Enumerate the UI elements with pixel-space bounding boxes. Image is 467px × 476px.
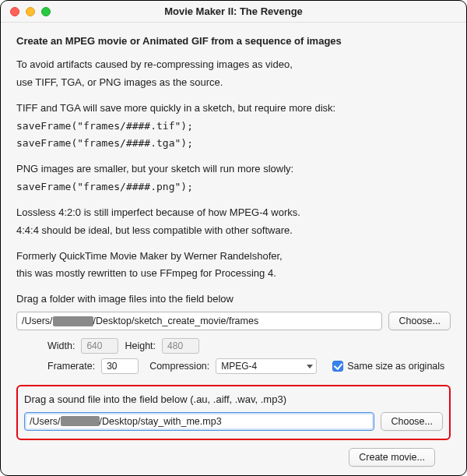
image-folder-input[interactable]: /Users//Desktop/sketch_create_movie/fram… [16, 312, 382, 330]
chevron-down-icon [307, 365, 313, 368]
choose-sound-file-button[interactable]: Choose... [381, 412, 443, 431]
text-line: 4:4:4 should be ideal, but less compatib… [16, 224, 451, 238]
compression-value: MPEG-4 [221, 361, 257, 372]
checkbox-checked-icon [332, 361, 343, 372]
text-line: Lossless 4:2:0 is still imperfect becaus… [16, 206, 451, 220]
image-folder-label: Drag a folder with image files into the … [16, 292, 451, 307]
code-line: saveFrame("frames/####.png"); [16, 180, 451, 195]
text-line: To avoid artifacts caused by re-compress… [16, 58, 451, 72]
compression-select[interactable]: MPEG-4 [216, 358, 317, 374]
content: Create an MPEG movie or Animated GIF fro… [1, 23, 466, 476]
redacted-username [53, 316, 93, 326]
text-line: Formerly QuickTime Movie Maker by Werner… [16, 249, 451, 264]
window-title: Movie Maker II: The Revenge [1, 5, 466, 17]
same-size-label: Same size as originals [347, 361, 444, 372]
paragraph-png: PNG images are smaller, but your sketch … [16, 162, 451, 195]
text-line: use TIFF, TGA, or PNG images as the sour… [16, 76, 451, 90]
text-line: this was mostly rewritten to use FFmpeg … [16, 266, 451, 281]
sound-file-section: Drag a sound file into the field below (… [16, 385, 451, 440]
width-input[interactable]: 640 [81, 338, 118, 354]
path-suffix: /Desktop/sketch_create_movie/frames [93, 316, 259, 326]
create-movie-button[interactable]: Create movie... [349, 448, 435, 467]
code-line: saveFrame("frames/####.tif"); [16, 119, 451, 134]
paragraph-artifacts: To avoid artifacts caused by re-compress… [16, 58, 451, 90]
framerate-input[interactable]: 30 [101, 358, 139, 374]
paragraph-history: Formerly QuickTime Movie Maker by Werner… [16, 249, 451, 282]
width-label: Width: [47, 340, 75, 351]
compression-label: Compression: [149, 361, 209, 372]
text-line: TIFF and TGA will save more quickly in a… [16, 101, 451, 116]
paragraph-lossless: Lossless 4:2:0 is still imperfect becaus… [16, 206, 451, 238]
code-line: saveFrame("frames/####.tga"); [16, 136, 451, 151]
same-size-checkbox[interactable]: Same size as originals [332, 361, 444, 372]
text-line: PNG images are smaller, but your sketch … [16, 162, 451, 177]
paragraph-tiff-tga: TIFF and TGA will save more quickly in a… [16, 101, 451, 152]
sound-file-label: Drag a sound file into the field below (… [24, 393, 443, 407]
redacted-username [61, 416, 100, 426]
choose-image-folder-button[interactable]: Choose... [388, 312, 451, 330]
titlebar: Movie Maker II: The Revenge [1, 1, 466, 23]
footer: Create movie... [16, 440, 451, 467]
page-heading: Create an MPEG movie or Animated GIF fro… [16, 35, 451, 47]
movie-settings-row1: Width: 640 Height: 480 [16, 338, 451, 354]
sound-file-input[interactable]: /Users//Desktop/stay_with_me.mp3 [24, 412, 374, 431]
app-window: Movie Maker II: The Revenge Create an MP… [0, 0, 467, 476]
height-label: Height: [125, 340, 156, 351]
framerate-label: Framerate: [47, 361, 95, 372]
height-input[interactable]: 480 [162, 338, 199, 354]
movie-settings-row2: Framerate: 30 Compression: MPEG-4 Same s… [16, 358, 451, 374]
path-prefix: /Users/ [30, 416, 61, 427]
path-suffix: /Desktop/stay_with_me.mp3 [100, 416, 222, 427]
path-prefix: /Users/ [22, 316, 53, 326]
image-folder-section: Drag a folder with image files into the … [16, 292, 451, 374]
